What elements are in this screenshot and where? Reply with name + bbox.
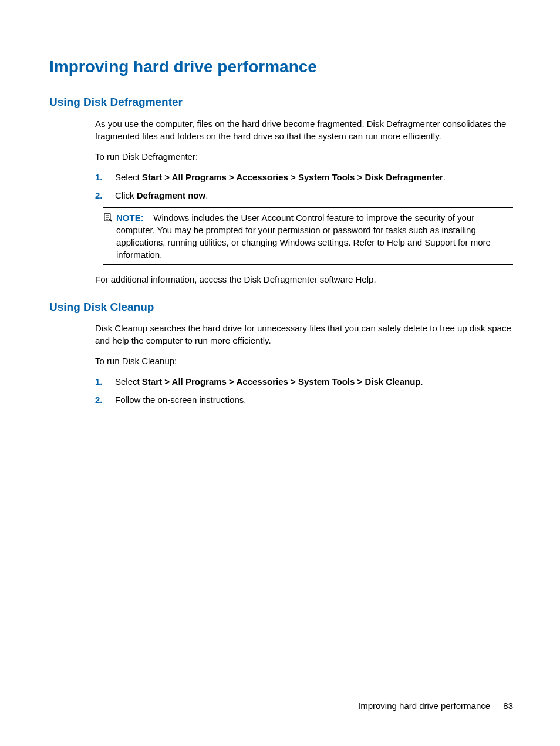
paragraph: For additional information, access the D… xyxy=(95,273,513,285)
note-text: Windows includes the User Account Contro… xyxy=(116,213,491,260)
note-box: NOTE: Windows includes the User Account … xyxy=(103,207,513,265)
step-text: Select Start > All Programs > Accessorie… xyxy=(115,375,513,388)
step-text: Click Defragment now. xyxy=(115,189,513,201)
page-footer: Improving hard drive performance 83 xyxy=(358,700,513,712)
step-number: 2. xyxy=(95,189,115,201)
paragraph: Disk Cleanup searches the hard drive for… xyxy=(95,322,513,347)
page-title: Improving hard drive performance xyxy=(49,55,513,78)
list-item: 1. Select Start > All Programs > Accesso… xyxy=(95,375,513,388)
note-label: NOTE: xyxy=(116,213,144,223)
list-item: 2. Click Defragment now. xyxy=(95,189,513,201)
page-number: 83 xyxy=(503,701,513,711)
note-icon xyxy=(103,213,116,225)
list-item: 2. Follow the on-screen instructions. xyxy=(95,394,513,406)
step-number: 1. xyxy=(95,375,115,388)
step-text: Follow the on-screen instructions. xyxy=(115,394,513,406)
note-content: NOTE: Windows includes the User Account … xyxy=(116,211,513,261)
paragraph: As you use the computer, files on the ha… xyxy=(95,117,513,142)
section-heading-defragmenter: Using Disk Defragmenter xyxy=(49,95,513,110)
step-list: 1. Select Start > All Programs > Accesso… xyxy=(95,171,513,201)
paragraph: To run Disk Cleanup: xyxy=(95,355,513,367)
step-number: 1. xyxy=(95,171,115,183)
list-item: 1. Select Start > All Programs > Accesso… xyxy=(95,171,513,183)
step-text: Select Start > All Programs > Accessorie… xyxy=(115,171,513,183)
section-heading-cleanup: Using Disk Cleanup xyxy=(49,300,513,315)
step-number: 2. xyxy=(95,394,115,406)
paragraph: To run Disk Defragmenter: xyxy=(95,150,513,163)
step-list: 1. Select Start > All Programs > Accesso… xyxy=(95,375,513,406)
footer-text: Improving hard drive performance xyxy=(358,701,490,711)
